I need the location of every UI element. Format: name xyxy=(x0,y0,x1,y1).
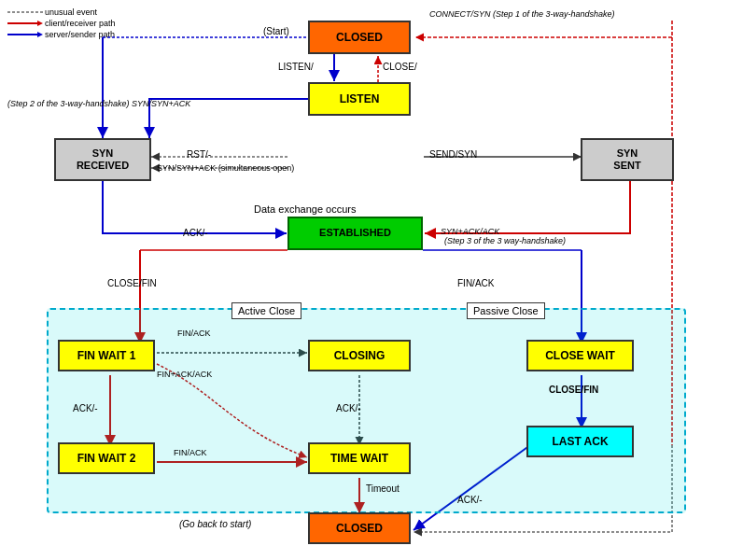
state-fin-wait1: FIN WAIT 1 xyxy=(58,340,155,371)
legend-client: client/receiver path xyxy=(45,19,116,28)
connect-syn-label: CONNECT/SYN (Step 1 of the 3-way-handsha… xyxy=(429,9,615,19)
state-fin-wait2: FIN WAIT 2 xyxy=(58,442,155,474)
legend-unusual: unusual event xyxy=(45,7,97,17)
state-close-wait: CLOSE WAIT xyxy=(526,340,634,371)
step2-label: (Step 2 of the 3-way-handshake) SYN/SYN+… xyxy=(7,99,190,108)
ack-label-left: ACK/- xyxy=(183,228,208,238)
close-fin-left: CLOSE/FIN xyxy=(107,278,157,288)
rst-label: RST/- xyxy=(187,149,211,160)
state-listen: LISTEN xyxy=(308,82,411,116)
svg-marker-2 xyxy=(37,21,43,26)
ack-closing-tw: ACK/- xyxy=(336,403,361,413)
state-syn-sent: SYNSENT xyxy=(581,138,674,181)
fin-ack-closing: FIN/ACK xyxy=(177,329,211,338)
state-time-wait: TIME WAIT xyxy=(308,442,411,474)
legend-server: server/sender path xyxy=(45,30,115,39)
state-syn-received: SYNRECEIVED xyxy=(54,138,151,181)
go-back-label: (Go back to start) xyxy=(179,519,251,529)
close-region xyxy=(47,308,686,513)
step3-label: SYN+ACK/ACK(Step 3 of the 3 way-handshak… xyxy=(441,227,566,245)
fin-ack-right: FIN/ACK xyxy=(457,278,494,288)
tcp-diagram: unusual event client/receiver path serve… xyxy=(0,0,743,560)
close-label-top: CLOSE/ xyxy=(383,62,417,72)
listen-label: LISTEN/ xyxy=(278,62,314,72)
legend: unusual event client/receiver path serve… xyxy=(7,7,116,41)
state-established: ESTABLISHED xyxy=(287,217,423,250)
state-last-ack: LAST ACK xyxy=(526,426,634,457)
fin-ack-fw2-tw: FIN/ACK xyxy=(174,448,207,457)
data-exchange-label: Data exchange occurs xyxy=(254,203,356,215)
timeout-label: Timeout xyxy=(366,483,400,494)
active-close-label: Active Close xyxy=(231,302,301,319)
syn-synack-label: SYN/SYN+ACK (simultaneous open) xyxy=(157,163,294,173)
svg-marker-4 xyxy=(37,32,43,37)
start-label: (Start) xyxy=(263,26,289,36)
passive-close-label: Passive Close xyxy=(467,302,545,319)
close-fin-closewait: CLOSE/FIN xyxy=(549,385,598,395)
state-closed-top: CLOSED xyxy=(308,21,411,54)
fin-ack-ack-label: FIN+ACK/ACK xyxy=(157,370,212,379)
send-syn-label: SEND/SYN xyxy=(429,149,477,160)
ack-fw1-fw2: ACK/- xyxy=(73,403,98,413)
ack-lastack-closed: ACK/- xyxy=(457,495,483,505)
state-closed-bottom: CLOSED xyxy=(308,512,411,544)
state-closing: CLOSING xyxy=(308,340,411,371)
